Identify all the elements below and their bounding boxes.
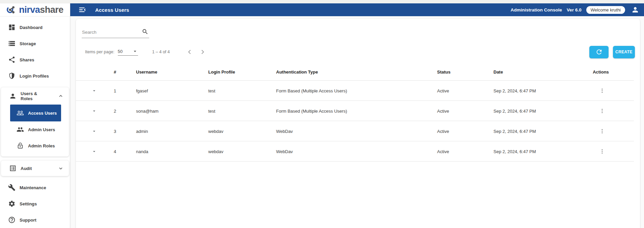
search-input[interactable] — [82, 28, 149, 38]
kebab-menu-icon — [599, 128, 605, 134]
brand-logo: nirvashare — [0, 3, 70, 17]
table-row: 1 fgasef test Form Based (Multiple Acces… — [76, 81, 640, 101]
cell-status: Active — [434, 109, 491, 114]
menu-collapse-button[interactable] — [78, 6, 86, 14]
user-avatar-button[interactable] — [631, 6, 639, 14]
sidebar-item-label: Dashboard — [20, 25, 43, 30]
sidebar-item-audit[interactable]: Audit — [1, 161, 69, 176]
cell-username: sona@ham — [133, 109, 206, 114]
sidebar-item-storage[interactable]: Storage — [0, 35, 70, 52]
items-per-page-label: Items per page: — [85, 50, 114, 54]
sidebar-item-support[interactable]: Support — [0, 212, 70, 228]
people-outline-icon — [17, 109, 24, 117]
header-date: Date — [491, 69, 572, 75]
dashboard-icon — [8, 24, 16, 31]
row-actions-menu-button[interactable] — [572, 108, 629, 114]
row-actions-menu-button[interactable] — [572, 148, 629, 154]
sidebar-item-dashboard[interactable]: Dashboard — [0, 19, 70, 35]
expand-caret-icon — [91, 88, 97, 93]
sidebar-item-label: Storage — [20, 41, 36, 46]
table-row: 3 admin webdav WebDav Active Sep 2, 2024… — [76, 121, 640, 141]
chevron-left-icon — [186, 48, 193, 56]
next-page-button[interactable] — [199, 48, 206, 56]
sidebar-item-access-users[interactable]: Access Users — [10, 105, 61, 121]
items-per-page-select[interactable]: 50 — [118, 48, 138, 56]
group-icon — [17, 126, 24, 133]
sidebar-item-label: Audit — [21, 166, 32, 171]
header-username: Username — [133, 69, 206, 75]
storage-icon — [8, 40, 16, 47]
sidebar-item-label: Support — [20, 218, 36, 223]
kebab-menu-icon — [599, 108, 605, 114]
cell-date: Sep 2, 2024, 6:47 PM — [491, 149, 572, 154]
pagination-range: 1 – 4 of 4 — [152, 50, 170, 54]
sidebar-item-label: Admin Roles — [28, 143, 55, 148]
brand-name: nirvashare — [19, 5, 63, 15]
cell-auth-type: Form Based (Multiple Access Users) — [273, 109, 434, 114]
sidebar-item-label: Access Users — [28, 111, 57, 116]
chevron-right-icon — [199, 48, 206, 56]
cell-login-profile: test — [206, 88, 273, 93]
sidebar-item-shares[interactable]: Shares — [0, 52, 70, 68]
console-label: Administration Console — [511, 7, 562, 12]
cell-num: 3 — [110, 129, 133, 134]
cell-auth-type: WebDav — [273, 129, 434, 134]
sidebar-item-label: Users & Roles — [21, 91, 50, 101]
person-icon — [631, 6, 639, 14]
items-per-page-value: 50 — [118, 49, 123, 54]
row-expander-button[interactable] — [76, 88, 110, 93]
row-actions-menu-button[interactable] — [572, 88, 629, 94]
sidebar-item-login-profiles[interactable]: Login Profiles — [0, 68, 70, 84]
sidebar-nav: Dashboard Storage Shares Login Profiles — [0, 17, 70, 228]
row-expander-button[interactable] — [76, 108, 110, 114]
topbar: Access Users Administration Console Ver … — [70, 3, 644, 16]
pagination — [186, 48, 206, 56]
access-users-card: Items per page: 50 1 – 4 of 4 — [76, 19, 640, 228]
search-field — [82, 28, 149, 38]
welcome-badge: Welcome kruthi — [586, 6, 625, 14]
sidebar-item-admin-roles[interactable]: Admin Roles — [1, 138, 69, 154]
row-expander-button[interactable] — [76, 129, 110, 134]
cell-status: Active — [434, 88, 491, 93]
sidebar-item-label: Shares — [20, 57, 34, 62]
kebab-menu-icon — [599, 148, 605, 154]
header-num: # — [110, 69, 133, 75]
header-auth-type: Authentication Type — [273, 69, 434, 75]
refresh-button[interactable] — [589, 46, 609, 58]
sidebar-item-admin-users[interactable]: Admin Users — [1, 121, 69, 138]
cell-auth-type: WebDav — [273, 149, 434, 154]
cell-login-profile: webdav — [206, 129, 273, 134]
cell-login-profile: test — [206, 109, 273, 114]
chevron-up-icon — [58, 93, 63, 99]
sidebar: nirvashare Dashboard Storage Shares Lo — [0, 3, 70, 228]
previous-page-button[interactable] — [186, 48, 193, 56]
menu-collapse-icon — [78, 6, 86, 14]
cell-num: 2 — [110, 109, 133, 114]
share-nodes-logo-icon — [6, 5, 17, 15]
header-actions: Actions — [572, 69, 629, 75]
sidebar-item-settings[interactable]: Settings — [0, 196, 70, 212]
search-icon[interactable] — [142, 28, 149, 36]
row-actions-menu-button[interactable] — [572, 128, 629, 134]
list-controls: Items per page: 50 1 – 4 of 4 — [85, 45, 635, 59]
shield-icon — [8, 72, 16, 80]
help-icon — [8, 216, 16, 224]
row-expander-button[interactable] — [76, 149, 110, 154]
expand-caret-icon — [91, 108, 97, 114]
list-alt-icon — [9, 165, 17, 172]
sidebar-item-label: Settings — [20, 201, 37, 206]
create-button[interactable]: CREATE — [613, 46, 635, 58]
expand-caret-icon — [91, 149, 97, 154]
table-row: 2 sona@ham test Form Based (Multiple Acc… — [76, 101, 640, 121]
cell-username: admin — [133, 129, 206, 134]
version-label: Ver 6.0 — [567, 7, 582, 12]
sidebar-item-maintenance[interactable]: Maintenance — [0, 179, 70, 196]
cell-date: Sep 2, 2024, 6:47 PM — [491, 109, 572, 114]
header-status: Status — [434, 69, 491, 75]
expand-caret-icon — [91, 129, 97, 134]
refresh-icon — [595, 48, 603, 56]
wrench-icon — [8, 184, 16, 191]
header-login-profile: Login Profile — [206, 69, 273, 75]
sidebar-item-users-roles[interactable]: Users & Roles — [1, 88, 69, 104]
kebab-menu-icon — [599, 88, 605, 94]
